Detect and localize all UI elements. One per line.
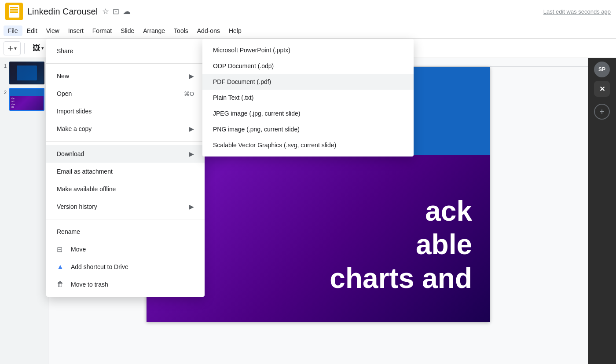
drive-icon: ▲ xyxy=(57,263,67,271)
dsm-svg-label: Scalable Vector Graphics (.svg, current … xyxy=(213,142,336,149)
title-icons: ☆ ⊡ ☁ xyxy=(102,7,131,16)
menu-item-slide[interactable]: Slide xyxy=(116,25,139,36)
dsm-png-label: PNG image (.png, current slide) xyxy=(213,126,300,133)
fmd-offline-label: Make available offline xyxy=(57,186,194,193)
doc-title[interactable]: Linkedin Carousel xyxy=(27,7,98,17)
image-icon: 🖼 xyxy=(33,44,40,53)
dsm-pdf-label: PDF Document (.pdf) xyxy=(213,78,271,85)
add-btn[interactable]: + xyxy=(594,104,610,120)
dsm-odp-label: ODP Document (.odp) xyxy=(213,62,274,69)
fmd-make-copy-arrow: ▶ xyxy=(189,125,194,132)
dsm-odp[interactable]: ODP Document (.odp) xyxy=(202,58,414,74)
toolbar-divider-1 xyxy=(24,43,25,54)
add-slide-btn[interactable]: + ▾ xyxy=(4,41,21,55)
cloud-icon[interactable]: ☁ xyxy=(123,7,131,16)
menu-item-addons[interactable]: Add-ons xyxy=(193,25,224,36)
slide-num-2: 2 xyxy=(4,88,7,95)
menu-item-insert[interactable]: Insert xyxy=(64,25,88,36)
fmd-move-label: Move xyxy=(71,246,194,253)
app-icon-inner xyxy=(9,5,19,18)
slide-preview-1[interactable] xyxy=(9,62,44,84)
dsm-txt[interactable]: Plain Text (.txt) xyxy=(202,90,414,106)
fmd-new-label: New xyxy=(57,73,189,80)
dsm-pptx[interactable]: Microsoft PowerPoint (.pptx) xyxy=(202,42,414,58)
fmd-import-label: Import slides xyxy=(57,108,194,115)
image-btn[interactable]: 🖼 ▾ xyxy=(28,41,48,55)
fmd-item-download[interactable]: Download ▶ xyxy=(46,145,205,163)
fmd-item-import[interactable]: Import slides xyxy=(46,102,205,120)
fmd-open-shortcut: ⌘O xyxy=(184,91,194,97)
menu-item-tools[interactable]: Tools xyxy=(169,25,193,36)
fmd-new-arrow: ▶ xyxy=(189,73,194,80)
menu-item-view[interactable]: View xyxy=(42,25,64,36)
menu-bar: File Edit View Insert Format Slide Arran… xyxy=(0,23,616,39)
menu-item-edit[interactable]: Edit xyxy=(22,25,42,36)
app-icon xyxy=(5,3,23,20)
fmd-make-copy-label: Make a copy xyxy=(57,125,189,132)
menu-item-help[interactable]: Help xyxy=(224,25,246,36)
slide-thumb-2[interactable]: 2 Geactchada xyxy=(4,88,44,111)
slide-num-1: 1 xyxy=(4,62,7,69)
dsm-jpg[interactable]: JPEG image (.jpg, current slide) xyxy=(202,106,414,121)
fmd-item-version[interactable]: Version history ▶ xyxy=(46,198,205,215)
file-menu-dropdown: Share New ▶ Open ⌘O Import slides Make a… xyxy=(46,39,205,297)
fmd-download-arrow: ▶ xyxy=(189,150,194,157)
fmd-item-new[interactable]: New ▶ xyxy=(46,67,205,85)
fmd-item-rename[interactable]: Rename xyxy=(46,223,205,240)
fmd-add-shortcut-label: Add shortcut to Drive xyxy=(71,263,194,270)
fmd-item-email[interactable]: Email as attachment xyxy=(46,163,205,180)
fmd-divider-0 xyxy=(46,63,205,64)
slide-canvas-text: ackablecharts and xyxy=(330,194,472,295)
fmd-divider-1 xyxy=(46,141,205,142)
download-submenu: Microsoft PowerPoint (.pptx) ODP Documen… xyxy=(202,39,414,157)
slide-preview-2[interactable]: Geactchada xyxy=(9,88,44,111)
ai-icon[interactable]: ✕ xyxy=(594,81,610,97)
menu-item-format[interactable]: Format xyxy=(88,25,116,36)
fmd-item-move[interactable]: ⊟ Move xyxy=(46,240,205,258)
move-icon: ⊟ xyxy=(57,245,67,254)
folder-icon[interactable]: ⊡ xyxy=(113,7,119,16)
fmd-rename-label: Rename xyxy=(57,228,194,235)
fmd-item-share[interactable]: Share xyxy=(46,42,205,60)
fmd-version-label: Version history xyxy=(57,203,189,210)
right-panel: SP ✕ + xyxy=(588,58,616,364)
star-icon[interactable]: ☆ xyxy=(102,7,109,16)
fmd-share-label: Share xyxy=(57,47,194,55)
dsm-pptx-label: Microsoft PowerPoint (.pptx) xyxy=(213,47,290,54)
chevron-down-icon-2: ▾ xyxy=(41,45,44,51)
chevron-down-icon: ▾ xyxy=(14,45,17,51)
dsm-txt-label: Plain Text (.txt) xyxy=(213,94,253,101)
fmd-item-open[interactable]: Open ⌘O xyxy=(46,85,205,102)
avatar-sp[interactable]: SP xyxy=(594,62,610,77)
fmd-email-label: Email as attachment xyxy=(57,168,194,175)
fmd-trash-label: Move to trash xyxy=(71,281,194,288)
dsm-png[interactable]: PNG image (.png, current slide) xyxy=(202,121,414,137)
slide-panel: 1 2 Geactchada xyxy=(0,58,48,364)
fmd-divider-2 xyxy=(46,219,205,219)
menu-item-arrange[interactable]: Arrange xyxy=(139,25,169,36)
fmd-item-trash[interactable]: 🗑 Move to trash xyxy=(46,276,205,293)
fmd-download-label: Download xyxy=(57,150,189,157)
plus-icon: + xyxy=(7,43,13,54)
dsm-jpg-label: JPEG image (.jpg, current slide) xyxy=(213,110,300,117)
fmd-item-add-shortcut[interactable]: ▲ Add shortcut to Drive xyxy=(46,258,205,276)
fmd-open-label: Open xyxy=(57,90,184,97)
fmd-version-arrow: ▶ xyxy=(189,203,194,210)
title-bar: Linkedin Carousel ☆ ⊡ ☁ Last edit was se… xyxy=(0,0,616,23)
slide-thumb-1[interactable]: 1 xyxy=(4,62,44,84)
dsm-svg[interactable]: Scalable Vector Graphics (.svg, current … xyxy=(202,137,414,153)
dsm-pdf[interactable]: PDF Document (.pdf) xyxy=(202,74,414,90)
last-edit: Last edit was seconds ago xyxy=(543,8,611,15)
menu-item-file[interactable]: File xyxy=(4,25,22,36)
fmd-item-offline[interactable]: Make available offline xyxy=(46,180,205,198)
trash-icon: 🗑 xyxy=(57,280,67,288)
fmd-item-make-copy[interactable]: Make a copy ▶ xyxy=(46,120,205,138)
